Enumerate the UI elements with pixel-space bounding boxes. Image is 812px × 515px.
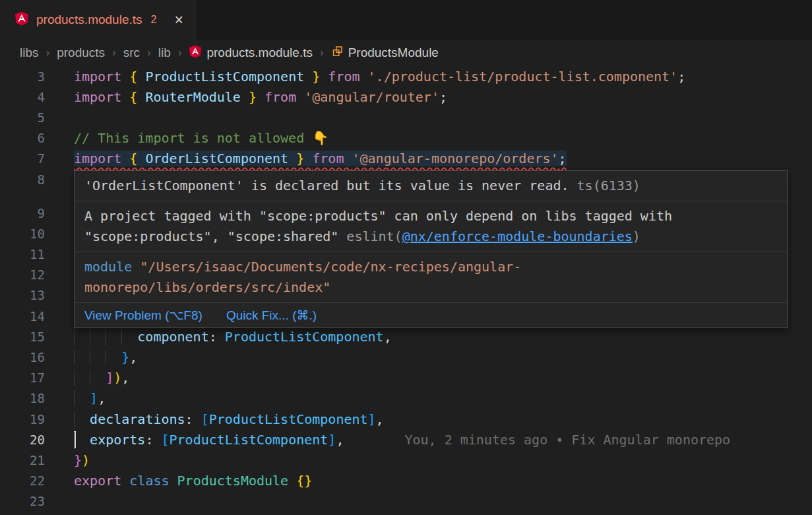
token-pun: ; bbox=[677, 69, 685, 85]
hover-section-3: module "/Users/isaac/Documents/code/nx-r… bbox=[75, 252, 787, 303]
code-line-20: 20 exports: [ProductListComponent],You, … bbox=[0, 429, 812, 450]
hover-token-txt: "scope:products", "scope:shared" bbox=[84, 228, 346, 244]
breadcrumb-item-src[interactable]: src bbox=[123, 46, 140, 60]
hover-message-line: A project tagged with "scope:products" c… bbox=[84, 206, 777, 226]
token-kw: import bbox=[74, 89, 129, 105]
hover-section-1: 'OrderListComponent' is declared but its… bbox=[75, 171, 787, 201]
diagnostic-hover-widget: 'OrderListComponent' is declared but its… bbox=[74, 170, 788, 328]
code-tokens: import { RouterModule } from '@angular/r… bbox=[74, 89, 447, 105]
token-b1: } bbox=[304, 69, 328, 85]
line-number-3[interactable]: 3 bbox=[0, 69, 45, 84]
line-number-15[interactable]: 15 bbox=[0, 329, 45, 344]
code-line-content[interactable]: exports: [ProductListComponent],You, 2 m… bbox=[45, 429, 812, 450]
breadcrumb-item-symbol[interactable]: ProductsModule bbox=[331, 45, 439, 61]
tab-bar: products.module.ts 2 × bbox=[0, 0, 812, 40]
line-number-17[interactable]: 17 bbox=[0, 370, 45, 385]
code-line-content[interactable]: // This import is not allowed 👇 bbox=[45, 128, 812, 149]
tab-close-icon[interactable]: × bbox=[174, 13, 183, 28]
code-line-16: 16 }, bbox=[0, 347, 812, 367]
token-prop: component bbox=[137, 329, 208, 345]
code-line-content[interactable]: declarations: [ProductListComponent], bbox=[45, 409, 812, 429]
code-tokens: ], bbox=[74, 390, 106, 406]
line-number-10[interactable]: 10 bbox=[0, 226, 45, 241]
line-number-7[interactable]: 7 bbox=[0, 151, 45, 166]
line-number-11[interactable]: 11 bbox=[0, 247, 45, 261]
hover-message-line: monorepo/libs/orders/src/index" bbox=[84, 277, 777, 298]
breadcrumb-item-libs[interactable]: libs bbox=[20, 46, 39, 60]
code-line-content[interactable] bbox=[45, 107, 812, 127]
line-number-12[interactable]: 12 bbox=[0, 267, 45, 282]
code-line-23: 23 bbox=[0, 491, 812, 512]
token-pun: , bbox=[376, 411, 384, 427]
token-str: '@angular/router' bbox=[304, 89, 439, 105]
hover-message-line: 'OrderListComponent' is declared but its… bbox=[84, 176, 777, 196]
line-number-18[interactable]: 18 bbox=[0, 391, 45, 405]
line-number-9[interactable]: 9 bbox=[0, 206, 45, 221]
token-b1: {} bbox=[296, 473, 312, 489]
line-number-16[interactable]: 16 bbox=[0, 350, 45, 364]
hover-token-dim: eslint( bbox=[346, 228, 402, 244]
token-cls: ProductListComponent bbox=[170, 432, 328, 448]
token-ind bbox=[74, 432, 90, 448]
hover-message-line: "scope:products", "scope:shared" eslint(… bbox=[84, 226, 777, 247]
token-imp: ProductListComponent bbox=[145, 69, 304, 85]
line-number-23[interactable]: 23 bbox=[0, 494, 45, 508]
token-b2: } bbox=[74, 452, 82, 468]
tab-error-count-badge: 2 bbox=[151, 14, 157, 26]
eslint-rule-link[interactable]: @nx/enforce-module-boundaries bbox=[402, 228, 633, 244]
token-imp: OrderListComponent bbox=[145, 151, 288, 166]
token-kw: export bbox=[74, 473, 129, 489]
code-line-content[interactable]: }) bbox=[45, 450, 812, 470]
code-tokens: ]), bbox=[74, 370, 129, 386]
code-line-content[interactable] bbox=[45, 491, 812, 512]
breadcrumb-symbol-label: ProductsModule bbox=[348, 46, 439, 60]
line-number-14[interactable]: 14 bbox=[0, 309, 45, 324]
token-pun: : bbox=[185, 411, 201, 427]
line-number-8[interactable]: 8 bbox=[0, 172, 45, 187]
line-number-4[interactable]: 4 bbox=[0, 90, 45, 104]
tab-label: products.module.ts bbox=[36, 13, 142, 27]
token-prop: declarations bbox=[90, 411, 185, 427]
breadcrumb-item-lib[interactable]: lib bbox=[158, 46, 171, 60]
code-line-content[interactable]: ]), bbox=[45, 368, 812, 388]
token-b3: ] bbox=[368, 411, 376, 427]
code-line-22: 22export class ProductsModule {} bbox=[0, 471, 812, 491]
line-number-13[interactable]: 13 bbox=[0, 288, 45, 302]
hover-message-line: module "/Users/isaac/Documents/code/nx-r… bbox=[84, 257, 777, 277]
code-line-content[interactable]: import { OrderListComponent } from '@ang… bbox=[45, 149, 812, 169]
code-line-content[interactable]: export class ProductsModule {} bbox=[45, 471, 812, 491]
line-number-20[interactable]: 20 bbox=[0, 432, 45, 447]
hover-token-dim: ts(6133) bbox=[569, 178, 640, 193]
code-line-content[interactable]: import { ProductListComponent } from './… bbox=[45, 66, 812, 86]
breadcrumb-item-file[interactable]: products.module.ts bbox=[189, 45, 313, 61]
token-cls: ProductListComponent bbox=[225, 329, 384, 345]
code-line-content[interactable]: ], bbox=[45, 388, 812, 409]
code-line-content[interactable]: }, bbox=[45, 347, 812, 367]
line-number-5[interactable]: 5 bbox=[0, 110, 45, 125]
token-kw: from bbox=[265, 89, 304, 105]
line-number-6[interactable]: 6 bbox=[0, 131, 45, 145]
token-pun: ; bbox=[559, 151, 567, 166]
token-b1: { bbox=[129, 69, 145, 85]
code-line-7: 7import { OrderListComponent } from '@an… bbox=[0, 149, 812, 169]
code-tokens: export class ProductsModule {} bbox=[74, 473, 312, 489]
chevron-right-icon: › bbox=[177, 46, 183, 59]
breadcrumb-item-products[interactable]: products bbox=[57, 46, 105, 60]
token-kw: import bbox=[74, 151, 129, 166]
code-line-content[interactable]: import { RouterModule } from '@angular/r… bbox=[45, 86, 812, 107]
view-problem-action[interactable]: View Problem (⌥F8) bbox=[84, 308, 203, 323]
token-kw: from bbox=[328, 69, 367, 85]
hover-action-bar: View Problem (⌥F8)Quick Fix... (⌘.) bbox=[75, 303, 787, 327]
chevron-right-icon: › bbox=[319, 46, 325, 59]
code-line-content[interactable]: component: ProductListComponent, bbox=[45, 326, 812, 347]
line-number-22[interactable]: 22 bbox=[0, 473, 45, 488]
hover-section-2: A project tagged with "scope:products" c… bbox=[75, 201, 787, 252]
token-b1: ) bbox=[113, 370, 121, 386]
tab-products-module[interactable]: products.module.ts 2 × bbox=[0, 0, 196, 40]
hover-token-txt: 'OrderListComponent' is declared but its… bbox=[84, 178, 569, 193]
hover-token-str: "/Users/isaac/Documents/code/nx-recipes/… bbox=[140, 259, 521, 275]
line-number-21[interactable]: 21 bbox=[0, 453, 45, 467]
token-imp: RouterModule bbox=[145, 89, 241, 105]
line-number-19[interactable]: 19 bbox=[0, 412, 45, 427]
quick-fix-action[interactable]: Quick Fix... (⌘.) bbox=[226, 308, 317, 323]
